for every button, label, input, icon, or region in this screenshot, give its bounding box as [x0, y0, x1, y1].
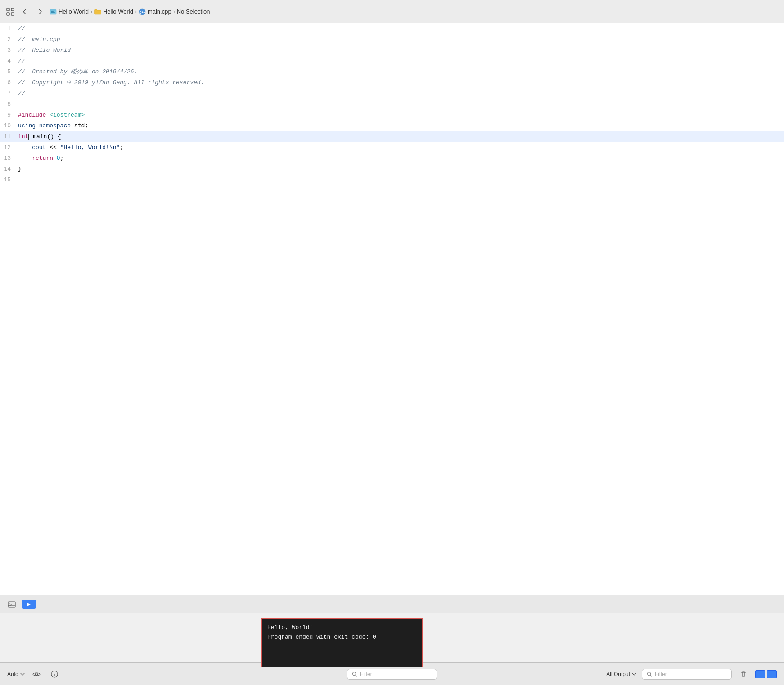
all-output-chevron-icon [632, 673, 636, 676]
svg-point-16 [647, 672, 650, 675]
code-line-11: 11 int main() { [0, 131, 784, 142]
svg-text:C++: C++ [139, 10, 145, 14]
back-button[interactable] [19, 6, 31, 18]
line-number-12: 12 [0, 142, 18, 153]
code-line-9: 9 #include <iostream> [0, 110, 784, 121]
breadcrumb-sep-3: › [173, 9, 175, 15]
trash-icon [740, 671, 747, 678]
code-line-6: 6 // Copyright © 2019 yifan Geng. All ri… [0, 77, 784, 88]
svg-text:i: i [54, 672, 55, 677]
bottom-toolbar [0, 595, 784, 613]
code-line-7: 7 // [0, 88, 784, 99]
layout-icon-2[interactable] [767, 670, 777, 678]
line-content-10: using namespace std; [18, 121, 784, 131]
code-line-4: 4 // [0, 56, 784, 67]
line-number-6: 6 [0, 77, 18, 88]
code-line-5: 5 // Created by 喵の耳 on 2019/4/26. [0, 67, 784, 77]
line-content-14: } [18, 164, 784, 175]
folder-icon [94, 9, 101, 15]
line-number-13: 13 [0, 153, 18, 164]
line-number-10: 10 [0, 121, 18, 131]
breadcrumb-file[interactable]: C++ main.cpp [139, 8, 171, 15]
line-content-3: // Hello World [18, 45, 784, 56]
breadcrumb-project-label: Hello World [59, 8, 89, 15]
eye-icon [32, 671, 41, 677]
code-line-8: 8 [0, 99, 784, 110]
breadcrumb-selection[interactable]: No Selection [177, 8, 210, 15]
trash-button[interactable] [737, 668, 750, 680]
breadcrumb-sep-1: › [90, 9, 92, 15]
filter-label-right: Filter [655, 671, 667, 677]
line-number-3: 3 [0, 45, 18, 56]
line-number-7: 7 [0, 88, 18, 99]
run-tag[interactable] [22, 600, 36, 609]
line-content-12: cout << "Hello, World!\n"; [18, 142, 784, 153]
line-content-5: // Created by 喵の耳 on 2019/4/26. [18, 67, 784, 77]
breadcrumb-sep-2: › [135, 9, 137, 15]
output-area: Hello, World! Program ended with exit co… [0, 613, 784, 662]
code-line-1: 1 // [0, 23, 784, 34]
status-bar-center: Filter [266, 669, 518, 680]
auto-selector[interactable]: Auto [7, 671, 25, 677]
eye-button[interactable] [30, 668, 43, 680]
output-line-1: Hello, World! [267, 623, 417, 633]
filter-icon-right [647, 671, 652, 677]
line-number-2: 2 [0, 34, 18, 45]
breadcrumb-project[interactable]: Hello World [50, 8, 89, 15]
breadcrumb-selection-label: No Selection [177, 8, 210, 15]
status-bar-right: All Output Filter [525, 668, 777, 680]
layout-icon-1[interactable] [755, 670, 765, 678]
status-bar-left: Auto i [7, 668, 259, 680]
line-number-15: 15 [0, 175, 18, 185]
code-editor[interactable]: 1 // 2 // main.cpp 3 // Hello World 4 //… [0, 23, 784, 541]
code-line-15: 15 [0, 175, 784, 185]
svg-rect-2 [7, 13, 9, 15]
line-content-11: int main() { [18, 131, 784, 142]
forward-button[interactable] [34, 6, 46, 18]
filter-label-left: Filter [360, 671, 372, 677]
breadcrumb-folder[interactable]: Hello World [94, 8, 133, 15]
breadcrumb-folder-label: Hello World [103, 8, 133, 15]
line-content-9: #include <iostream> [18, 110, 784, 121]
all-output-label: All Output [606, 671, 630, 677]
svg-rect-0 [7, 8, 9, 11]
filter-icon-left [352, 671, 357, 677]
info-button[interactable]: i [48, 668, 61, 680]
info-icon: i [51, 671, 58, 678]
layout-toggle[interactable] [755, 670, 777, 678]
filter-box-right[interactable]: Filter [642, 669, 732, 680]
line-content-6: // Copyright © 2019 yifan Geng. All righ… [18, 77, 784, 88]
line-content-7: // [18, 88, 784, 99]
line-number-4: 4 [0, 56, 18, 67]
svg-point-12 [35, 673, 37, 675]
bottom-panel: Hello, World! Program ended with exit co… [0, 595, 784, 685]
svg-rect-3 [11, 13, 14, 15]
line-content-1: // [18, 23, 784, 34]
cpp-icon: C++ [139, 8, 146, 15]
line-number-11: 11 [0, 131, 18, 142]
project-icon [50, 8, 57, 15]
line-number-1: 1 [0, 23, 18, 34]
line-content-2: // main.cpp [18, 34, 784, 45]
toolbar: Hello World › Hello World › C++ main.cpp… [0, 0, 784, 23]
line-number-9: 9 [0, 110, 18, 121]
line-number-14: 14 [0, 164, 18, 175]
code-line-12: 12 cout << "Hello, World!\n"; [0, 142, 784, 153]
breadcrumb: Hello World › Hello World › C++ main.cpp… [50, 8, 210, 15]
code-line-14: 14 } [0, 164, 784, 175]
auto-label: Auto [7, 671, 18, 677]
breadcrumb-file-label: main.cpp [148, 8, 171, 15]
line-number-5: 5 [0, 67, 18, 77]
all-output-selector[interactable]: All Output [606, 671, 636, 677]
output-line-2: Program ended with exit code: 0 [267, 633, 417, 642]
svg-marker-11 [27, 603, 31, 606]
grid-icon[interactable] [5, 7, 15, 17]
line-content-4: // [18, 56, 784, 67]
svg-rect-10 [8, 602, 15, 607]
output-terminal: Hello, World! Program ended with exit co… [261, 618, 423, 667]
svg-rect-7 [51, 12, 55, 13]
filter-box-left[interactable]: Filter [347, 669, 437, 680]
console-toggle-button[interactable] [5, 598, 18, 611]
line-number-8: 8 [0, 99, 18, 110]
editor-area[interactable]: 1 // 2 // main.cpp 3 // Hello World 4 //… [0, 23, 784, 595]
